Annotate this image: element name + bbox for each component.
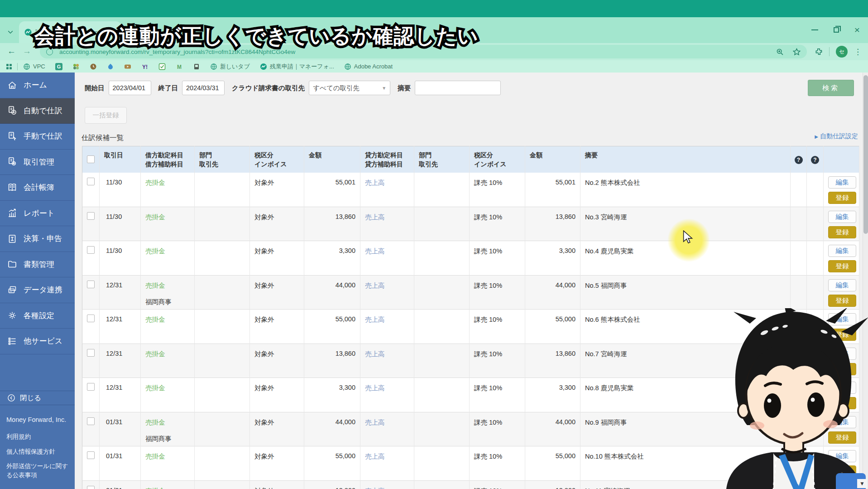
edit-button[interactable]: 編集 <box>828 176 856 189</box>
select-all-checkbox[interactable] <box>87 155 95 163</box>
column-header: 税区分インボイス <box>470 146 525 173</box>
row-checkbox[interactable] <box>87 315 95 322</box>
bookmark-item[interactable] <box>193 63 200 70</box>
edit-button[interactable]: 編集 <box>828 211 856 223</box>
register-button[interactable]: 登録 <box>828 260 856 272</box>
sidebar-item-manual-journal[interactable]: 手動で仕訳 <box>0 124 75 150</box>
scrollbar-thumb[interactable] <box>863 75 868 234</box>
partner-select[interactable]: すべての取引先 ▼ <box>309 81 390 95</box>
memo-filter-input[interactable] <box>415 81 501 95</box>
row-checkbox[interactable] <box>87 486 95 489</box>
bookmark-item[interactable] <box>72 63 80 70</box>
bookmark-star-icon[interactable] <box>793 48 801 56</box>
row-checkbox[interactable] <box>87 451 95 459</box>
end-date-input[interactable] <box>182 81 225 95</box>
debit-account-link[interactable]: 売掛金 <box>145 247 165 255</box>
window-minimize-button[interactable] <box>811 29 818 30</box>
browser-menu-icon[interactable]: ⋮ <box>854 47 862 57</box>
bookmark-item[interactable]: VPC <box>23 63 45 70</box>
cell-date: 12/31 <box>100 344 141 378</box>
sidebar-item-tax-return[interactable]: 決算・申告 <box>0 226 75 252</box>
window-maximize-button[interactable] <box>834 27 839 33</box>
zoom-icon[interactable] <box>776 48 784 56</box>
sidebar-item-auto-journal[interactable]: 自動で仕訳 <box>0 98 75 124</box>
privacy-link[interactable]: 個人情報保護方針 <box>6 447 75 456</box>
debit-account-link[interactable]: 売掛金 <box>145 179 165 186</box>
sidebar-item-home[interactable]: ホーム <box>0 73 75 98</box>
bookmark-item[interactable] <box>124 63 131 70</box>
row-checkbox[interactable] <box>87 281 95 288</box>
mouse-cursor-icon <box>682 230 694 246</box>
sidebar-item-ledgers[interactable]: 会計帳簿 <box>0 175 75 201</box>
doc-plus-icon <box>7 105 18 116</box>
bookmark-item[interactable]: Adobe Acrobat <box>344 63 393 70</box>
external-transmission-link[interactable]: 外部送信ツールに関する公表事項 <box>6 462 75 479</box>
credit-account-link[interactable]: 売上高 <box>365 247 385 255</box>
sidebar-item-data-link[interactable]: データ連携 <box>0 277 75 303</box>
debit-account-link[interactable]: 売掛金 <box>145 213 165 221</box>
edit-button[interactable]: 編集 <box>828 245 856 257</box>
debit-account-link[interactable]: 売掛金 <box>145 350 165 358</box>
debit-account-link[interactable]: 売掛金 <box>145 419 165 426</box>
help-icon[interactable]: ? <box>811 156 819 164</box>
credit-account-link[interactable]: 売上高 <box>365 487 385 489</box>
start-date-input[interactable] <box>109 81 151 95</box>
credit-account-link[interactable]: 売上高 <box>365 179 385 186</box>
apps-grid-icon[interactable] <box>5 63 13 70</box>
auto-journal-settings-link[interactable]: ▶ 自動仕訳設定 <box>815 132 858 140</box>
tab-search-chevron-icon[interactable] <box>5 26 16 38</box>
debit-account-link[interactable]: 売掛金 <box>145 487 165 489</box>
credit-account-link[interactable]: 売上高 <box>365 453 385 460</box>
row-checkbox[interactable] <box>87 349 95 357</box>
scroll-down-icon[interactable]: ▼ <box>857 479 867 488</box>
bookmark-item[interactable]: 新しいタブ <box>210 63 250 71</box>
row-checkbox[interactable] <box>87 212 95 220</box>
credit-account-link[interactable]: 売上高 <box>365 316 385 323</box>
browser-profile-avatar[interactable]: セ <box>836 46 848 58</box>
debit-account-link[interactable]: 売掛金 <box>145 384 165 392</box>
register-button[interactable]: 登録 <box>828 295 856 307</box>
cell-debit-amount: 3,300 <box>304 241 360 276</box>
sidebar-item-settings[interactable]: 各種設定 <box>0 303 75 329</box>
sidebar-item-documents[interactable]: 書類管理 <box>0 252 75 278</box>
sidebar-item-reports[interactable]: レポート <box>0 201 75 227</box>
terms-link[interactable]: 利用規約 <box>6 432 75 441</box>
screen: 請求書から入力｜マネーフォワード × + × ← → accounting.mo… <box>0 0 868 489</box>
cell-debit-tax: 対象外 <box>250 173 304 207</box>
bookmark-item[interactable] <box>90 63 97 70</box>
debit-account-link[interactable]: 売掛金 <box>145 316 165 323</box>
row-checkbox[interactable] <box>87 383 95 391</box>
bookmark-item[interactable] <box>107 63 114 70</box>
bookmark-item[interactable]: G <box>55 63 62 70</box>
credit-account-link[interactable]: 売上高 <box>365 282 385 289</box>
register-button[interactable]: 登録 <box>828 226 856 238</box>
credit-account-link[interactable]: 売上高 <box>365 384 385 392</box>
bulk-register-button[interactable]: 一括登録 <box>85 107 127 124</box>
credit-account-link[interactable]: 売上高 <box>365 419 385 426</box>
bookmark-item[interactable] <box>158 63 166 70</box>
sidebar-item-transactions[interactable]: 取引管理 <box>0 150 75 175</box>
bookmark-item[interactable]: 残業申請｜マネーフォ... <box>260 63 334 71</box>
memo-filter-label: 摘要 <box>398 84 411 92</box>
credit-account-link[interactable]: 売上高 <box>365 350 385 358</box>
debit-account-link[interactable]: 売掛金 <box>145 282 165 289</box>
row-checkbox[interactable] <box>87 246 95 254</box>
bookmark-item[interactable]: M <box>176 63 183 70</box>
row-checkbox[interactable] <box>87 417 95 425</box>
row-checkbox[interactable] <box>87 178 95 185</box>
bookmark-item[interactable]: Y! <box>141 63 149 70</box>
search-button[interactable]: 検索 <box>808 80 854 96</box>
debit-account-link[interactable]: 売掛金 <box>145 453 165 460</box>
svg-text:M: M <box>177 63 182 70</box>
back-icon[interactable]: ← <box>7 46 16 56</box>
cell-date: 12/31 <box>100 378 141 412</box>
edit-button[interactable]: 編集 <box>828 279 856 291</box>
window-close-button[interactable]: × <box>854 26 860 34</box>
extensions-puzzle-icon[interactable] <box>815 48 823 56</box>
register-button[interactable]: 登録 <box>828 192 856 204</box>
sidebar-collapse-button[interactable]: 閉じる <box>0 391 75 405</box>
credit-account-link[interactable]: 売上高 <box>365 213 385 221</box>
sidebar-item-other-services[interactable]: 他サービス <box>0 329 75 354</box>
help-icon[interactable]: ? <box>795 156 803 164</box>
forward-icon[interactable]: → <box>23 46 31 56</box>
